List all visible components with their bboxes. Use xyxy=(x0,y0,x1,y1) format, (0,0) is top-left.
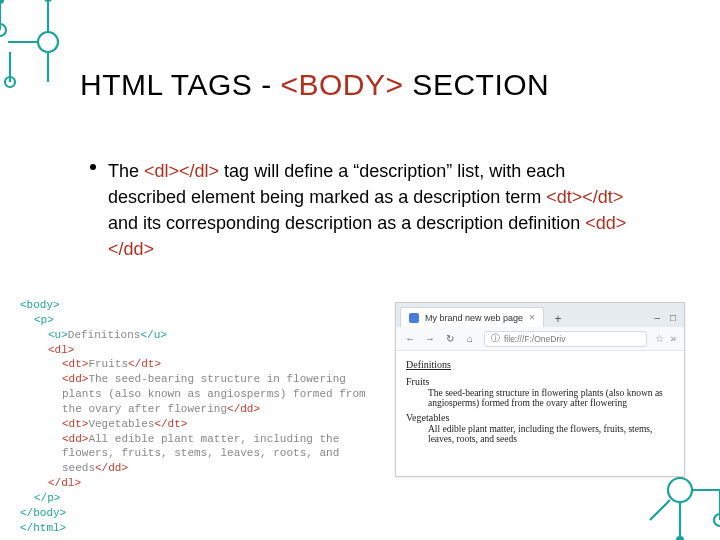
svg-point-2 xyxy=(0,24,6,36)
code-line: <dl> xyxy=(20,343,390,358)
window-controls: – □ xyxy=(654,312,684,327)
code-line: <body> xyxy=(20,298,390,313)
new-tab-button[interactable]: + xyxy=(550,311,566,327)
rendered-term: Fruits xyxy=(406,376,674,387)
bullet-text-1: The xyxy=(108,161,144,181)
slide-title-tag: <BODY> xyxy=(280,68,403,101)
window-minimize-icon[interactable]: – xyxy=(654,312,660,323)
slide-title: HTML TAGS - <BODY> SECTION xyxy=(80,68,549,102)
code-line: </dl> xyxy=(20,476,390,491)
url-field[interactable]: ⓘ file:///F:/OneDriv xyxy=(484,331,647,347)
rendered-heading: Definitions xyxy=(406,359,674,370)
nav-back-icon[interactable]: ← xyxy=(404,333,416,345)
bullet-tag-dt: <dt></dt> xyxy=(546,187,623,207)
code-line: </p> xyxy=(20,491,390,506)
code-sample: <body> <p> <u>Definitions</u> <dl> <dt>F… xyxy=(20,298,390,536)
svg-point-5 xyxy=(668,478,692,502)
rendered-definition: The seed-bearing structure in flowering … xyxy=(428,388,674,408)
code-line: <u>Definitions</u> xyxy=(20,328,390,343)
page-info-icon: ⓘ xyxy=(491,333,500,345)
slide-title-pre: HTML TAGS - xyxy=(80,68,280,101)
bullet-dot-icon xyxy=(90,164,96,170)
code-line: <p> xyxy=(20,313,390,328)
toolbar-right: ☆ » xyxy=(655,333,676,344)
browser-toolbar: ← → ↻ ⌂ ⓘ file:///F:/OneDriv ☆ » xyxy=(396,327,684,351)
bullet-text-3: and its corresponding description as a d… xyxy=(108,213,585,233)
code-line: <dd>The seed-bearing structure in flower… xyxy=(20,372,390,417)
bullet-paragraph: The <dl></dl> tag will define a “descrip… xyxy=(108,158,630,262)
plus-icon: + xyxy=(554,312,561,326)
window-maximize-icon[interactable]: □ xyxy=(670,312,676,323)
browser-tab[interactable]: My brand new web page × xyxy=(400,307,544,327)
nav-reload-icon[interactable]: ↻ xyxy=(444,333,456,345)
code-line: <dt>Vegetables</dt> xyxy=(20,417,390,432)
svg-point-1 xyxy=(5,77,15,87)
bookmark-star-icon[interactable]: ☆ xyxy=(655,333,664,344)
svg-point-6 xyxy=(714,514,720,526)
browser-tab-title: My brand new web page xyxy=(425,313,523,323)
code-line: </body> xyxy=(20,506,390,521)
overflow-menu-icon[interactable]: » xyxy=(670,333,676,344)
nav-home-icon[interactable]: ⌂ xyxy=(464,333,476,345)
code-line: </html> xyxy=(20,521,390,536)
tab-close-icon[interactable]: × xyxy=(529,313,535,323)
browser-tab-strip: My brand new web page × + – □ xyxy=(396,303,684,327)
rendered-definition: All edible plant matter, including the f… xyxy=(428,424,674,444)
code-line: <dt>Fruits</dt> xyxy=(20,357,390,372)
svg-point-0 xyxy=(38,32,58,52)
code-line: <dd>All edible plant matter, including t… xyxy=(20,432,390,477)
bullet-tag-dl: <dl></dl> xyxy=(144,161,219,181)
svg-point-3 xyxy=(45,0,51,1)
rendered-term: Vegetables xyxy=(406,412,674,423)
nav-forward-icon[interactable]: → xyxy=(424,333,436,345)
browser-page-content: Definitions Fruits The seed-bearing stru… xyxy=(396,351,684,476)
favicon-icon xyxy=(409,313,419,323)
slide-title-post: SECTION xyxy=(404,68,550,101)
browser-preview-window: My brand new web page × + – □ ← → ↻ ⌂ ⓘ … xyxy=(395,302,685,477)
svg-point-4 xyxy=(0,0,3,3)
url-text: file:///F:/OneDriv xyxy=(504,334,565,344)
